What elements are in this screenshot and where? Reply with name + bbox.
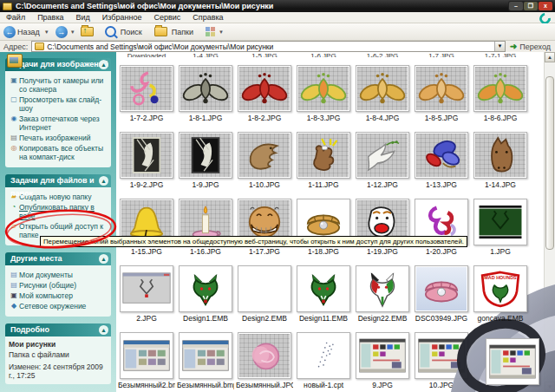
file-item[interactable]: 1-15.JPG (118, 199, 175, 256)
file-item[interactable]: 1-19.JPG (354, 199, 411, 256)
file-item[interactable]: 1-20.JPG (413, 199, 470, 256)
scrollbar-thumb[interactable] (545, 76, 554, 250)
file-item[interactable]: 1-10.JPG (236, 132, 293, 189)
file-item[interactable]: 1-7-2.JPG (118, 65, 175, 122)
file-item[interactable]: 1-17.JPG (236, 199, 293, 256)
vertical-scrollbar[interactable]: ▲ ▼ (544, 52, 555, 392)
file-item[interactable]: 1-18.JPG (295, 199, 352, 256)
menu-item[interactable]: Сервис (147, 13, 186, 22)
sidebar-item-publish-to-web[interactable]: ◔Опубликовать папку в вебе (9, 203, 108, 220)
file-label: 1-19.JPG (354, 247, 411, 256)
scroll-down-icon[interactable]: ▼ (545, 382, 555, 392)
sidebar-item-shared-pictures[interactable]: ▤Рисунки (общие) (9, 281, 108, 290)
scroll-up-icon[interactable]: ▲ (545, 52, 555, 62)
rose-thumbnail-art (239, 334, 290, 377)
chevron-up-icon[interactable]: ▲ (99, 325, 108, 335)
menu-item[interactable]: Справка (186, 13, 229, 22)
file-item[interactable]: 1-8-1.JPG (177, 65, 234, 122)
file-item[interactable]: Design22.EMB (354, 265, 411, 323)
go-arrow-icon: ➜ (510, 42, 517, 51)
file-item[interactable]: новый-1.cpt (295, 332, 352, 389)
go-button[interactable]: ➜ Переход (510, 42, 551, 51)
partial-file-label[interactable]: Downloaded Media (118, 52, 175, 57)
folders-button[interactable]: Папки (172, 28, 193, 36)
thumbnail (473, 132, 527, 179)
panel-header[interactable]: Подробно▲ (5, 323, 111, 336)
search-icon[interactable] (105, 26, 116, 37)
file-item[interactable]: 1.JPG (472, 199, 529, 256)
sidebar-item-order-prints[interactable]: ◉Заказ отпечатков через Интернет (9, 114, 108, 132)
file-item[interactable]: 1-8-6.JPG (472, 65, 529, 122)
forward-dropdown-icon[interactable]: ▼ (70, 29, 75, 35)
sidebar-item-copy-to-cd[interactable]: ◎Копировать все объекты на компакт-диск (9, 144, 108, 161)
lotus-thumbnail-art (239, 67, 290, 110)
file-item[interactable]: 1-9.JPG (177, 132, 234, 189)
file-item[interactable]: Безымянный2.bmp (118, 332, 175, 389)
shield-thumbnail-art: MAD HOUNDS (475, 267, 526, 310)
partial-file-label[interactable]: 1-7.JPG (413, 52, 470, 57)
file-item[interactable]: 9.JPG (354, 332, 411, 389)
sidebar-item-label: Сетевое окружение (19, 302, 86, 310)
up-folder-icon[interactable]: ↑ (81, 27, 94, 36)
views-dropdown-icon[interactable]: ▼ (219, 29, 224, 35)
chevron-up-icon[interactable]: ▲ (99, 254, 108, 264)
file-item[interactable]: 1-14.JPG (472, 132, 529, 189)
close-button[interactable]: x (539, 2, 552, 10)
partial-file-label[interactable]: 1-4.JPG (177, 52, 234, 57)
file-item[interactable]: Design1.EMB (177, 265, 234, 323)
chevron-up-icon[interactable]: ▲ (99, 60, 108, 69)
file-item[interactable]: 1-16.JPG (177, 199, 234, 256)
search-button[interactable]: Поиск (121, 28, 142, 36)
file-item[interactable]: 1-11.JPG (295, 132, 352, 189)
partial-file-label[interactable]: 1-6-2.JPG (354, 52, 411, 57)
ornament-thumbnail-art (121, 67, 172, 110)
file-label: 1-8-1.JPG (177, 114, 234, 122)
file-item[interactable]: Безымянный.bmp (177, 332, 234, 389)
sidebar-item-view-slideshow[interactable]: ▢Просмотреть как слайд-шоу (9, 95, 108, 113)
file-item[interactable]: DSC03949.JPG (413, 265, 470, 323)
file-label: 1-9.JPG (177, 180, 234, 189)
file-item[interactable]: 1-8-4.JPG (354, 65, 411, 122)
my-computer-icon: ▣ (9, 291, 19, 300)
address-dropdown-icon[interactable]: ▼ (494, 42, 505, 51)
address-input[interactable]: C:\Documents and Settings\мой офис\Мои д… (31, 41, 506, 52)
file-item[interactable]: 1-8-5.JPG (413, 65, 470, 122)
partial-file-label[interactable]: 1-5.JPG (236, 52, 293, 57)
minimize-button[interactable]: – (509, 2, 523, 10)
menu-item[interactable]: Избранное (96, 13, 148, 22)
forward-icon[interactable]: → (56, 26, 68, 38)
file-item[interactable]: Design2.EMB (236, 265, 293, 323)
sidebar-item-my-computer[interactable]: ▣Мой компьютер (9, 291, 108, 300)
maximize-button[interactable]: ❐ (524, 2, 538, 10)
chevron-up-icon[interactable]: ▲ (99, 176, 108, 186)
sidebar-item-get-from-camera[interactable]: ▣Получить от камеры или со сканера (9, 76, 108, 94)
panel-header[interactable]: Другие места▲ (5, 252, 111, 265)
back-icon[interactable]: ← (3, 26, 16, 38)
file-item[interactable]: 1-9-2.JPG (118, 132, 175, 189)
views-icon[interactable] (206, 27, 216, 37)
menu-item[interactable]: Вид (70, 13, 96, 22)
file-item[interactable] (484, 338, 541, 385)
wolf-thumbnail-art (180, 267, 231, 310)
file-item[interactable]: 2.JPG (118, 265, 175, 323)
partial-file-label[interactable]: 1-6.JPG (295, 52, 352, 57)
sidebar-item-network-places[interactable]: ◆Сетевое окружение (9, 302, 108, 310)
folders-icon[interactable] (154, 27, 167, 36)
file-item[interactable]: MAD HOUNDS goncava.EMB (472, 265, 529, 323)
share-folder-icon: ▱ (9, 222, 19, 239)
file-item[interactable]: Безымянный.JPG (236, 332, 293, 389)
file-item[interactable]: 10.JPG (413, 332, 470, 389)
file-item[interactable]: Design11.EMB (295, 265, 352, 323)
file-item[interactable]: 1-8-2.JPG (236, 65, 293, 122)
file-item[interactable]: 1-12.JPG (354, 132, 411, 189)
panel-header[interactable]: Задачи для файлов и папок▲ (5, 174, 111, 187)
sidebar-item-my-documents[interactable]: ▤Мои документы (9, 271, 108, 279)
sidebar-item-print-pictures[interactable]: ▤Печать изображений (9, 134, 108, 142)
file-item[interactable]: 1-13.JPG (413, 132, 470, 189)
partial-file-label[interactable]: 1-7-1.JPG (472, 52, 529, 57)
menu-item[interactable]: Файл (0, 13, 31, 22)
back-button[interactable]: Назад (17, 28, 40, 36)
back-dropdown-icon[interactable]: ▼ (44, 29, 49, 35)
file-item[interactable]: 1-8-3.JPG (295, 65, 352, 122)
menu-item[interactable]: Правка (31, 13, 69, 22)
